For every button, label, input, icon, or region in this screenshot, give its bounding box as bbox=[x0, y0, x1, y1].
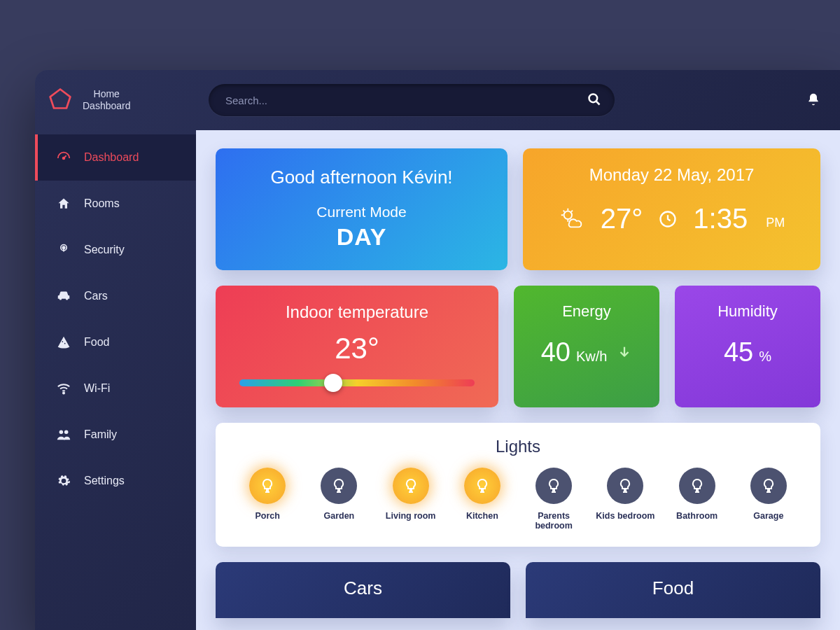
time-value: 1:35 bbox=[693, 203, 748, 234]
notifications-button[interactable] bbox=[801, 88, 826, 113]
svg-point-10 bbox=[564, 211, 571, 218]
mode-value: DAY bbox=[230, 223, 493, 251]
pizza-icon bbox=[56, 335, 71, 350]
light-toggle-parents-bedroom[interactable]: Parents bedroom bbox=[520, 468, 587, 531]
topbar: Home Dashboard bbox=[35, 70, 840, 130]
app-window: Home Dashboard Dashboar bbox=[35, 70, 840, 630]
svg-line-2 bbox=[596, 101, 600, 104]
card-lights: Lights PorchGardenLiving roomKitchenPare… bbox=[216, 423, 820, 547]
light-label: Parents bedroom bbox=[520, 511, 587, 531]
temp-slider[interactable] bbox=[239, 379, 475, 386]
sidebar-item-label: Family bbox=[84, 428, 117, 441]
home-icon bbox=[56, 196, 71, 211]
sidebar: Dashboard Rooms Security Cars bbox=[35, 130, 196, 630]
lightbulb-icon bbox=[750, 468, 787, 504]
sidebar-item-label: Food bbox=[84, 336, 109, 349]
search-input[interactable] bbox=[209, 84, 615, 116]
energy-metric: 40 Kw/h bbox=[541, 337, 633, 368]
light-label: Kids bedroom bbox=[592, 511, 659, 521]
sidebar-item-dashboard[interactable]: Dashboard bbox=[35, 134, 196, 181]
indoor-temp-value: 23° bbox=[235, 332, 479, 365]
svg-point-7 bbox=[63, 392, 64, 393]
sidebar-item-cars[interactable]: Cars bbox=[35, 273, 196, 319]
lightbulb-icon bbox=[464, 468, 500, 504]
brand-text: Home Dashboard bbox=[83, 88, 131, 113]
svg-point-1 bbox=[589, 94, 598, 102]
gauge-icon bbox=[56, 150, 71, 165]
search-wrap bbox=[209, 84, 615, 116]
lightbulb-icon bbox=[607, 468, 643, 504]
light-label: Living room bbox=[377, 511, 444, 521]
main-content: Good afternoon Kévin! Current Mode DAY M… bbox=[196, 130, 840, 630]
card-humidity[interactable]: Humidity 45 % bbox=[675, 286, 820, 407]
time-ampm: PM bbox=[766, 216, 785, 234]
wifi-icon bbox=[56, 381, 71, 396]
card-food[interactable]: Food bbox=[526, 562, 820, 618]
light-toggle-porch[interactable]: Porch bbox=[234, 468, 301, 531]
outdoor-temp: 27° bbox=[601, 203, 643, 234]
sidebar-item-label: Rooms bbox=[84, 197, 120, 210]
arrow-down-icon bbox=[617, 337, 632, 368]
humidity-value: 45 bbox=[724, 337, 753, 368]
humidity-title: Humidity bbox=[686, 302, 809, 321]
sidebar-item-label: Cars bbox=[84, 290, 108, 302]
lights-row: PorchGardenLiving roomKitchenParents bed… bbox=[234, 468, 802, 531]
greeting-text: Good afternoon Kévin! bbox=[230, 167, 493, 188]
temp-slider-thumb[interactable] bbox=[324, 374, 342, 392]
sidebar-item-rooms[interactable]: Rooms bbox=[35, 181, 196, 227]
light-label: Bathroom bbox=[664, 511, 731, 521]
sidebar-item-wifi[interactable]: Wi-Fi bbox=[35, 365, 196, 412]
search-icon bbox=[587, 92, 601, 108]
sidebar-item-family[interactable]: Family bbox=[35, 412, 196, 458]
gear-icon bbox=[56, 473, 71, 489]
indoor-temp-title: Indoor temperature bbox=[235, 302, 479, 322]
people-icon bbox=[56, 427, 71, 442]
sidebar-item-label: Security bbox=[84, 244, 125, 256]
svg-point-9 bbox=[64, 430, 69, 435]
food-title: Food bbox=[540, 578, 806, 599]
lightbulb-icon bbox=[679, 468, 715, 504]
card-greeting[interactable]: Good afternoon Kévin! Current Mode DAY bbox=[216, 148, 507, 270]
sidebar-item-security[interactable]: Security bbox=[35, 227, 196, 273]
mode-label: Current Mode bbox=[230, 204, 493, 220]
sidebar-item-label: Settings bbox=[84, 475, 125, 487]
light-toggle-garage[interactable]: Garage bbox=[735, 468, 802, 531]
card-energy[interactable]: Energy 40 Kw/h bbox=[514, 286, 659, 407]
humidity-unit: % bbox=[759, 349, 771, 365]
lightbulb-icon bbox=[249, 468, 286, 504]
card-indoor-temp[interactable]: Indoor temperature 23° bbox=[216, 286, 498, 407]
light-toggle-bathroom[interactable]: Bathroom bbox=[664, 468, 731, 531]
sidebar-item-settings[interactable]: Settings bbox=[35, 458, 196, 504]
light-label: Garden bbox=[305, 511, 372, 521]
sidebar-item-food[interactable]: Food bbox=[35, 319, 196, 365]
light-toggle-kids-bedroom[interactable]: Kids bedroom bbox=[592, 468, 659, 531]
card-cars[interactable]: Cars bbox=[216, 562, 510, 618]
body: Dashboard Rooms Security Cars bbox=[35, 130, 840, 630]
weather-sun-cloud-icon bbox=[559, 206, 585, 232]
lightbulb-icon bbox=[393, 468, 429, 504]
row-metrics: Indoor temperature 23° Energy 40 Kw/h bbox=[216, 286, 820, 407]
sidebar-item-label: Wi-Fi bbox=[84, 382, 110, 395]
card-date-weather[interactable]: Monday 22 May, 2017 27° 1:35 PM bbox=[523, 148, 820, 270]
brand-line1: Home bbox=[83, 88, 131, 101]
sidebar-item-label: Dashboard bbox=[84, 151, 139, 164]
light-label: Porch bbox=[234, 511, 301, 521]
energy-value: 40 bbox=[541, 337, 570, 368]
bell-icon bbox=[806, 92, 820, 108]
light-toggle-living-room[interactable]: Living room bbox=[377, 468, 444, 531]
light-label: Garage bbox=[735, 511, 802, 521]
lock-icon bbox=[56, 242, 71, 258]
svg-marker-0 bbox=[50, 90, 71, 108]
brand-line2: Dashboard bbox=[83, 100, 131, 113]
lightbulb-icon bbox=[536, 468, 572, 504]
energy-title: Energy bbox=[525, 302, 648, 321]
clock-icon bbox=[658, 209, 678, 229]
svg-point-6 bbox=[62, 246, 64, 248]
search-button[interactable] bbox=[584, 90, 605, 111]
light-toggle-garden[interactable]: Garden bbox=[305, 468, 372, 531]
logo-pentagon-icon bbox=[48, 86, 73, 114]
light-toggle-kitchen[interactable]: Kitchen bbox=[449, 468, 516, 531]
humidity-metric: 45 % bbox=[724, 337, 771, 368]
row-bottom: Cars Food bbox=[216, 562, 820, 618]
lights-title: Lights bbox=[234, 437, 802, 456]
